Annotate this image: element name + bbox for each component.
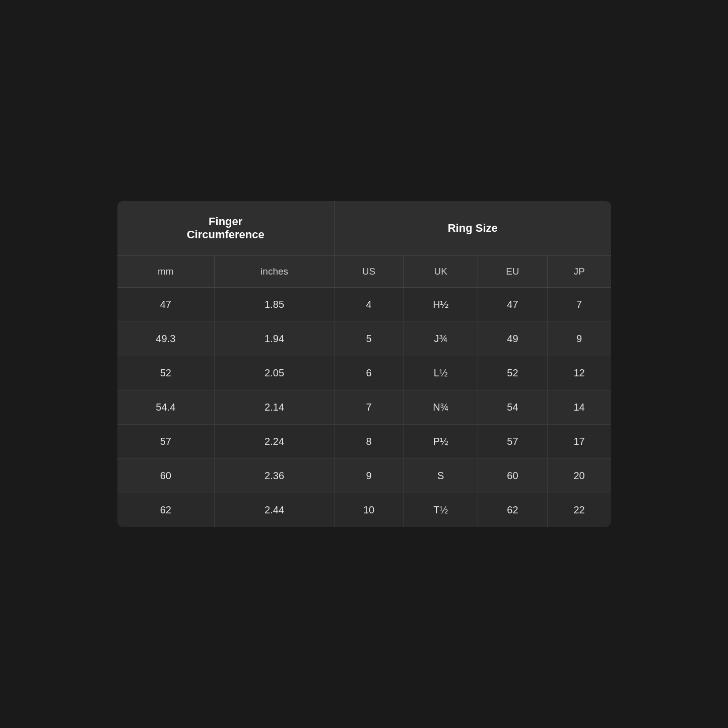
us-cell: 4: [334, 288, 403, 322]
table-header-row-2: mm inches US UK EU JP: [117, 256, 611, 288]
eu-cell: 60: [478, 459, 547, 493]
mm-cell: 57: [117, 425, 215, 459]
mm-cell: 52: [117, 356, 215, 390]
mm-cell: 49.3: [117, 322, 215, 356]
inches-cell: 2.14: [215, 390, 335, 425]
us-cell: 7: [334, 390, 403, 425]
mm-column-header: mm: [117, 256, 215, 288]
eu-cell: 57: [478, 425, 547, 459]
jp-cell: 22: [547, 493, 611, 527]
uk-cell: T½: [404, 493, 478, 527]
inches-cell: 2.05: [215, 356, 335, 390]
inches-cell: 2.36: [215, 459, 335, 493]
ring-size-header: Ring Size: [334, 201, 611, 256]
uk-cell: N¾: [404, 390, 478, 425]
eu-cell: 62: [478, 493, 547, 527]
uk-cell: L½: [404, 356, 478, 390]
table-row: 54.42.147N¾5414: [117, 390, 611, 425]
eu-cell: 54: [478, 390, 547, 425]
us-cell: 5: [334, 322, 403, 356]
us-column-header: US: [334, 256, 403, 288]
ring-size-table: Finger Circumference Ring Size mm inches…: [117, 201, 611, 527]
table-row: 572.248P½5717: [117, 425, 611, 459]
table-row: 622.4410T½6222: [117, 493, 611, 527]
jp-cell: 9: [547, 322, 611, 356]
jp-cell: 20: [547, 459, 611, 493]
eu-cell: 49: [478, 322, 547, 356]
jp-column-header: JP: [547, 256, 611, 288]
table-row: 471.854H½477: [117, 288, 611, 322]
mm-cell: 47: [117, 288, 215, 322]
inches-cell: 1.94: [215, 322, 335, 356]
inches-cell: 2.24: [215, 425, 335, 459]
table-row: 522.056L½5212: [117, 356, 611, 390]
eu-cell: 52: [478, 356, 547, 390]
jp-cell: 7: [547, 288, 611, 322]
uk-cell: S: [404, 459, 478, 493]
mm-cell: 54.4: [117, 390, 215, 425]
us-cell: 9: [334, 459, 403, 493]
table-body: 471.854H½47749.31.945J¾499522.056L½52125…: [117, 288, 611, 527]
finger-circumference-header: Finger Circumference: [117, 201, 335, 256]
inches-cell: 1.85: [215, 288, 335, 322]
us-cell: 8: [334, 425, 403, 459]
table-header-row-1: Finger Circumference Ring Size: [117, 201, 611, 256]
uk-cell: H½: [404, 288, 478, 322]
table-row: 602.369S6020: [117, 459, 611, 493]
ring-size-table-container: Finger Circumference Ring Size mm inches…: [117, 201, 611, 527]
jp-cell: 17: [547, 425, 611, 459]
jp-cell: 12: [547, 356, 611, 390]
inches-cell: 2.44: [215, 493, 335, 527]
jp-cell: 14: [547, 390, 611, 425]
uk-cell: J¾: [404, 322, 478, 356]
uk-column-header: UK: [404, 256, 478, 288]
mm-cell: 62: [117, 493, 215, 527]
eu-cell: 47: [478, 288, 547, 322]
eu-column-header: EU: [478, 256, 547, 288]
table-row: 49.31.945J¾499: [117, 322, 611, 356]
inches-column-header: inches: [215, 256, 335, 288]
us-cell: 6: [334, 356, 403, 390]
uk-cell: P½: [404, 425, 478, 459]
mm-cell: 60: [117, 459, 215, 493]
us-cell: 10: [334, 493, 403, 527]
